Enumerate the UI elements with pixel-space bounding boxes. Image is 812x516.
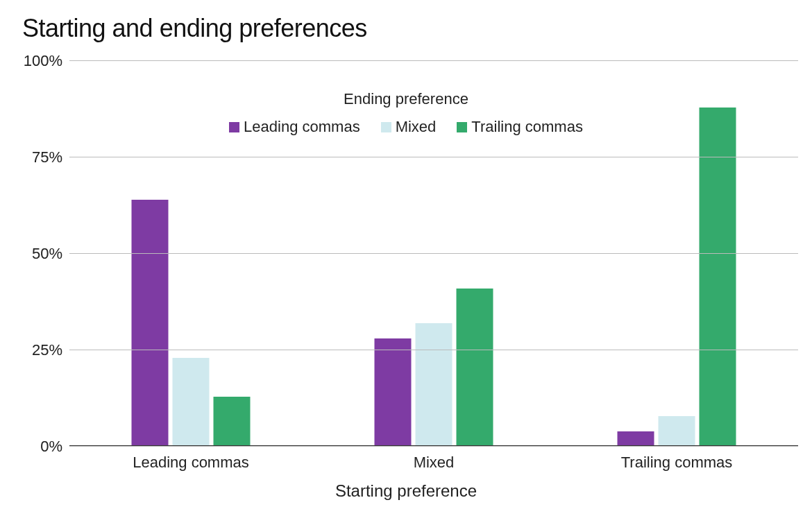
- legend-swatch: [457, 122, 467, 132]
- bar: [173, 358, 210, 447]
- bar-group: Trailing commas: [602, 61, 752, 447]
- bar: [659, 416, 695, 447]
- y-tick-label: 100%: [21, 52, 62, 70]
- bar: [132, 200, 169, 447]
- legend: Ending preference Leading commasMixedTra…: [226, 90, 586, 136]
- y-tick-label: 25%: [21, 341, 62, 359]
- bar: [214, 397, 251, 447]
- x-tick-label: Leading commas: [133, 454, 249, 472]
- legend-label: Trailing commas: [471, 118, 583, 136]
- bar: [700, 108, 736, 447]
- legend-swatch: [381, 122, 391, 132]
- legend-label: Leading commas: [244, 118, 360, 136]
- x-axis-label: Starting preference: [0, 481, 812, 501]
- legend-label: Mixed: [396, 118, 437, 136]
- bar: [457, 289, 493, 447]
- grid-line: [69, 253, 798, 254]
- y-tick-label: 75%: [21, 148, 62, 166]
- chart-container: Starting and ending preferences Ending p…: [0, 0, 812, 516]
- bar: [618, 431, 654, 447]
- grid-line: [69, 446, 798, 447]
- grid-line: [69, 157, 798, 157]
- bar: [375, 338, 412, 447]
- legend-item: Trailing commas: [457, 118, 583, 136]
- grid-line: [69, 60, 798, 61]
- chart-title: Starting and ending preferences: [21, 14, 791, 43]
- y-tick-label: 50%: [21, 245, 62, 263]
- legend-swatch: [229, 122, 239, 132]
- y-tick-label: 0%: [21, 438, 62, 456]
- grid-line: [69, 350, 798, 350]
- legend-item: Leading commas: [229, 118, 360, 136]
- legend-title: Ending preference: [226, 90, 586, 108]
- legend-item: Mixed: [381, 118, 437, 136]
- bar: [416, 323, 452, 447]
- x-tick-label: Trailing commas: [621, 454, 733, 472]
- x-tick-label: Mixed: [414, 454, 455, 472]
- legend-items: Leading commasMixedTrailing commas: [226, 118, 586, 136]
